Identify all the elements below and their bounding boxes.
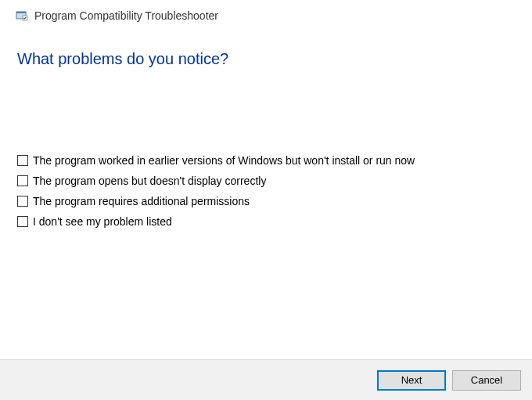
checkbox-icon[interactable] <box>17 196 28 207</box>
option-display-incorrect[interactable]: The program opens but doesn't display co… <box>17 175 515 187</box>
option-label[interactable]: The program worked in earlier versions o… <box>33 154 415 167</box>
checkbox-icon[interactable] <box>17 175 28 186</box>
option-label[interactable]: The program opens but doesn't display co… <box>33 175 266 187</box>
svg-rect-1 <box>16 12 26 13</box>
next-button[interactable]: Next <box>377 370 446 391</box>
cancel-button[interactable]: Cancel <box>452 370 521 391</box>
troubleshooter-icon <box>16 9 28 22</box>
options-group: The program worked in earlier versions o… <box>17 154 515 228</box>
option-label[interactable]: I don't see my problem listed <box>33 215 172 228</box>
checkbox-icon[interactable] <box>17 155 28 166</box>
option-label[interactable]: The program requires additional permissi… <box>33 195 250 207</box>
wizard-footer: Next Cancel <box>0 359 532 400</box>
wizard-title: Program Compatibility Troubleshooter <box>34 9 218 22</box>
option-worked-earlier[interactable]: The program worked in earlier versions o… <box>17 154 515 167</box>
option-not-listed[interactable]: I don't see my problem listed <box>17 215 515 228</box>
option-needs-permissions[interactable]: The program requires additional permissi… <box>17 195 515 207</box>
page-heading: What problems do you notice? <box>17 50 515 68</box>
wizard-content: What problems do you notice? The program… <box>0 27 532 228</box>
checkbox-icon[interactable] <box>17 216 28 227</box>
wizard-header: Program Compatibility Troubleshooter <box>0 0 532 27</box>
